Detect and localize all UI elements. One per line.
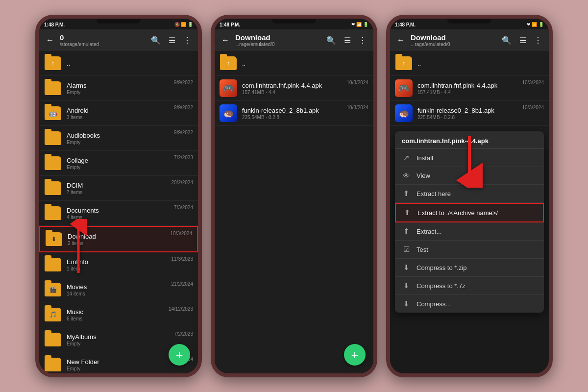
file-date-movies: 21/2/2024 bbox=[172, 281, 194, 287]
toolbar-title-2: Download bbox=[235, 33, 320, 42]
file-date-documents: 7/3/2024 bbox=[174, 205, 193, 210]
more-icon-1[interactable]: ⋮ bbox=[181, 35, 193, 46]
extract-here-label: Extract here bbox=[416, 190, 451, 197]
list-item-audiobooks[interactable]: Audiobooks Empty 9/9/2022 bbox=[39, 126, 198, 151]
toolbar-title-3: Download bbox=[411, 33, 496, 42]
status-icons-1: 🔕 📶 🔋 bbox=[174, 22, 193, 27]
list-icon-1[interactable]: ☰ bbox=[167, 35, 177, 46]
menu-item-extract[interactable]: ⬆ Extract... bbox=[395, 222, 544, 241]
parent-folder-label-2: .. bbox=[242, 60, 368, 67]
back-button-2[interactable]: ← bbox=[220, 35, 231, 46]
back-button-3[interactable]: ← bbox=[395, 35, 407, 46]
list-icon-2[interactable]: ☰ bbox=[342, 35, 353, 46]
file-meta-sonic-3: 225.54MB · 0.2.8 bbox=[417, 115, 544, 120]
file-meta-android: 3 items bbox=[67, 115, 193, 120]
file-meta-dcim: 7 items bbox=[67, 190, 193, 195]
status-icons-3: ❤ 📶 🔋 bbox=[527, 22, 544, 27]
status-bar-1: 1:48 P.M. 🔕 📶 🔋 bbox=[39, 19, 198, 29]
file-date-sonic: 10/3/2024 bbox=[347, 105, 369, 110]
phone-3: 1:48 P.M. ❤ 📶 🔋 ← Download ...rage/emula… bbox=[386, 15, 553, 377]
toolbar-3: ← Download ...rage/emulated/0 🔍 ☰ ⋮ bbox=[390, 29, 549, 51]
toolbar-2: ← Download ...rage/emulated/0 🔍 ☰ ⋮ bbox=[215, 29, 373, 51]
compress-label: Compress... bbox=[416, 300, 451, 308]
menu-item-test[interactable]: ☑ Test bbox=[395, 241, 544, 259]
search-icon-3[interactable]: 🔍 bbox=[500, 35, 514, 46]
file-meta-emlinfo: 1 item bbox=[67, 266, 193, 271]
fab-1[interactable]: + bbox=[169, 344, 190, 366]
status-bar-2: 1:48 P.M. ❤ 📶 🔋 bbox=[215, 19, 373, 29]
more-icon-2[interactable]: ⋮ bbox=[357, 35, 368, 46]
apk-thumb-fnf-inner: 🎮 bbox=[220, 79, 237, 97]
file-date-audiobooks: 9/9/2022 bbox=[174, 130, 193, 135]
list-icon-3[interactable]: ☰ bbox=[517, 35, 528, 46]
file-meta-movies: 14 items bbox=[67, 291, 193, 296]
list-item-movies[interactable]: 🎬 Movies 14 items 21/2/2024 bbox=[39, 277, 198, 302]
parent-folder-3[interactable]: ↑ .. bbox=[390, 51, 549, 76]
apk-thumb-sonic-inner: 🦔 bbox=[220, 104, 237, 122]
list-item-dcim[interactable]: DCIM 7 items 20/2/2024 bbox=[39, 176, 198, 201]
file-meta-fnf-3: 157.41MB · 4.4 bbox=[417, 90, 544, 95]
list-item-emlinfo[interactable]: EmlInfo 1 item 11/3/2023 bbox=[39, 252, 198, 277]
toolbar-title-block-1: 0 /storage/emulated bbox=[60, 33, 145, 47]
extract-to-icon: ⬆ bbox=[403, 208, 412, 217]
back-button-1[interactable]: ← bbox=[44, 35, 56, 46]
extract-here-icon: ⬆ bbox=[402, 189, 411, 198]
menu-item-compress-7z[interactable]: ⬇ Compress to *.7z bbox=[395, 277, 544, 295]
list-item-music[interactable]: 🎵 Music 6 items 14/12/2023 bbox=[39, 302, 198, 327]
folder-icon-dcim bbox=[44, 179, 62, 197]
search-icon-1[interactable]: 🔍 bbox=[149, 35, 163, 46]
toolbar-title-1: 0 bbox=[60, 33, 145, 42]
list-item-sonic-apk[interactable]: 🦔 funkin-release0_2_8b1.apk 225.54MB · 0… bbox=[215, 101, 373, 126]
view-icon: 👁 bbox=[402, 172, 411, 180]
file-meta-fnf: 157.41MB · 4.4 bbox=[242, 90, 368, 95]
list-item-sonic-apk-3[interactable]: 🦔 funkin-release0_2_8b1.apk 225.54MB · 0… bbox=[390, 101, 549, 126]
folder-up-icon-2: ↑ bbox=[220, 54, 237, 72]
file-date-collage: 7/2/2023 bbox=[174, 155, 193, 160]
menu-item-install[interactable]: ↗ Install bbox=[395, 149, 544, 167]
file-meta-alarms: Empty bbox=[67, 90, 193, 95]
compress-icon: ⬇ bbox=[402, 299, 411, 308]
extract-label: Extract... bbox=[416, 228, 441, 235]
menu-item-view[interactable]: 👁 View bbox=[395, 167, 544, 185]
file-meta-newfolder: Empty bbox=[67, 366, 193, 371]
file-meta-documents: 4 items bbox=[67, 215, 193, 220]
menu-item-compress[interactable]: ⬇ Compress... bbox=[395, 295, 544, 313]
fab-2[interactable]: + bbox=[344, 344, 366, 366]
search-icon-2[interactable]: 🔍 bbox=[324, 35, 338, 46]
folder-icon-myalbums bbox=[44, 331, 62, 348]
file-list-1: ↑ .. Alarms Empty 9/9/2022 🤖 Android 3 i… bbox=[39, 51, 198, 373]
compress-zip-icon: ⬇ bbox=[402, 263, 411, 272]
menu-item-extract-to[interactable]: ⬆ Extract to ./<Archive name>/ bbox=[395, 203, 544, 222]
toolbar-title-block-3: Download ...rage/emulated/0 bbox=[411, 33, 496, 47]
list-item-alarms[interactable]: Alarms Empty 9/9/2022 bbox=[39, 76, 198, 101]
folder-icon-download: ⬇ bbox=[45, 230, 63, 248]
apk-thumb-sonic-3: 🦔 bbox=[395, 104, 413, 122]
test-icon: ☑ bbox=[402, 245, 411, 254]
file-date-dcim: 20/2/2024 bbox=[172, 180, 194, 185]
file-date-alarms: 9/9/2022 bbox=[174, 80, 193, 85]
menu-item-extract-here[interactable]: ⬆ Extract here bbox=[395, 185, 544, 203]
list-item-download[interactable]: ⬇ Download 2 items 10/3/2024 bbox=[39, 226, 198, 252]
toolbar-subtitle-3: ...rage/emulated/0 bbox=[411, 42, 496, 47]
folder-icon-emlinfo bbox=[44, 256, 62, 273]
parent-folder-2[interactable]: ↑ .. bbox=[215, 51, 373, 76]
list-item-fnf-apk-3[interactable]: 🎮 com.linhtran.fnf.pink-4.4.apk 157.41MB… bbox=[390, 76, 549, 101]
phone-2: 1:48 P.M. ❤ 📶 🔋 ← Download ...rage/emula… bbox=[211, 15, 377, 377]
status-time-3: 1:48 P.M. bbox=[395, 22, 416, 27]
list-item-collage[interactable]: Collage Empty 7/2/2023 bbox=[39, 151, 198, 176]
parent-folder-label-1: .. bbox=[67, 60, 193, 67]
parent-folder-name-1: .. bbox=[67, 60, 193, 67]
more-icon-3[interactable]: ⋮ bbox=[532, 35, 544, 46]
list-item-fnf-apk[interactable]: 🎮 com.linhtran.fnf.pink-4.4.apk 157.41MB… bbox=[215, 76, 373, 101]
compress-zip-label: Compress to *.zip bbox=[416, 264, 467, 271]
toolbar-subtitle-2: ...rage/emulated/0 bbox=[235, 42, 320, 47]
file-date-sonic-3: 10/3/2024 bbox=[522, 105, 544, 110]
apk-thumb-sonic: 🦔 bbox=[220, 104, 237, 122]
parent-folder-1[interactable]: ↑ .. bbox=[39, 51, 198, 76]
file-meta-audiobooks: Empty bbox=[67, 140, 193, 145]
list-item-documents[interactable]: Documents 4 items 7/3/2024 bbox=[39, 201, 198, 226]
menu-item-compress-zip[interactable]: ⬇ Compress to *.zip bbox=[395, 259, 544, 277]
status-time-1: 1:48 P.M. bbox=[44, 22, 65, 27]
status-bar-3: 1:48 P.M. ❤ 📶 🔋 bbox=[390, 19, 549, 29]
list-item-android[interactable]: 🤖 Android 3 items 9/9/2022 bbox=[39, 101, 198, 126]
